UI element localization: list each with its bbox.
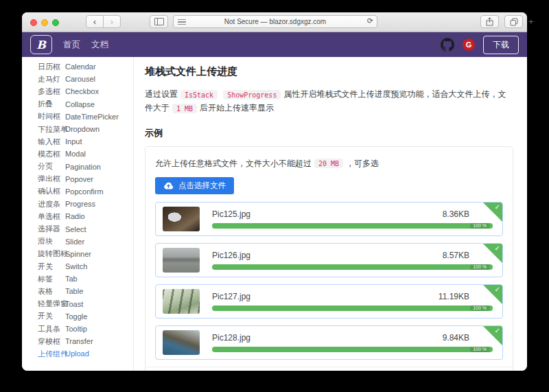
sidebar-item-zh: 输入框 bbox=[38, 137, 65, 147]
sidebar-item[interactable]: 上传组件 Upload bbox=[22, 347, 133, 360]
sidebar-item-zh: 弹出框 bbox=[38, 174, 65, 184]
sidebar-item[interactable]: 日历框 Calendar bbox=[22, 60, 133, 73]
sidebar-item-en: Slider bbox=[65, 238, 84, 246]
file-thumbnail bbox=[163, 207, 200, 231]
upload-hint: 允许上传任意格式文件，文件大小不能超过20 MB，可多选 bbox=[155, 158, 503, 170]
download-button[interactable]: 下载 bbox=[483, 36, 519, 54]
sidebar-item-zh: 下拉菜单 bbox=[38, 124, 65, 135]
new-tab-button[interactable]: + bbox=[528, 16, 534, 27]
sidebar-item-en: Calendar bbox=[65, 62, 96, 71]
sidebar-item[interactable]: 开关 Switch bbox=[22, 260, 133, 273]
file-size: 8.57KB bbox=[443, 251, 469, 260]
progress-bar: 100 % bbox=[212, 264, 493, 270]
progress-bar: 100 % bbox=[212, 347, 493, 352]
sidebar-item[interactable]: 开关 Toggle bbox=[22, 310, 133, 323]
file-thumbnail bbox=[163, 330, 200, 355]
sidebar-item[interactable]: 旋转图标 Spinner bbox=[22, 248, 133, 260]
upload-file-list: Pic125.jpg 8.36KB 100 % ✓ bbox=[155, 202, 503, 360]
sidebar-item-zh: 模态框 bbox=[38, 149, 65, 159]
sidebar-item-zh: 开关 bbox=[38, 262, 65, 272]
intro-text: 通过设置IsStackShowProgress属性开启堆栈式文件上传进度预览功能… bbox=[145, 87, 513, 115]
sidebar-item[interactable]: 表格 Table bbox=[22, 285, 133, 297]
intro-t1: 通过设置 bbox=[145, 89, 178, 99]
site-navbar: B 首页 文档 G 下载 bbox=[22, 32, 527, 57]
sidebar-item-en: Spinner bbox=[65, 250, 91, 258]
file-meta: Pic127.jpg 11.19KB 100 % bbox=[212, 292, 495, 311]
file-meta: Pic125.jpg 8.36KB 100 % bbox=[212, 209, 495, 229]
sidebar-item-en: Checkbox bbox=[65, 87, 99, 95]
sidebar-list: 日历框 Calendar 走马灯 Carousel 多选框 Checkbox bbox=[22, 60, 133, 360]
sidebar-item-zh: 开关 bbox=[38, 311, 65, 321]
sidebar-item[interactable]: 确认框 Popconfirm bbox=[22, 185, 133, 198]
nav-link-home[interactable]: 首页 bbox=[63, 39, 80, 51]
file-name: Pic128.jpg bbox=[212, 333, 250, 343]
sidebar-item[interactable]: 穿梭框 Transfer bbox=[22, 335, 133, 347]
code-chip-1mb: 1 MB bbox=[172, 104, 197, 113]
code-chip-20mb: 20 MB bbox=[314, 159, 343, 168]
sidebar-item[interactable]: 模态框 Modal bbox=[22, 148, 133, 160]
sidebar-item-zh: 进度条 bbox=[38, 199, 65, 209]
file-meta: Pic128.jpg 9.84KB 100 % bbox=[212, 333, 495, 352]
sidebar-item[interactable]: 选择器 Select bbox=[22, 222, 133, 235]
sidebar-item[interactable]: 轻量弹窗 Toast bbox=[22, 298, 133, 310]
sidebar-item[interactable]: 单选框 Radio bbox=[22, 210, 133, 222]
sidebar-item[interactable]: 折叠 Collapse bbox=[22, 98, 133, 111]
sidebar-item-zh: 上传组件 bbox=[38, 349, 65, 359]
sidebar-item[interactable]: 进度条 Progress bbox=[22, 198, 133, 210]
browser-window: ‹ › Not Secure — blazor.sdgxgz.com ⟳ bbox=[22, 12, 527, 371]
sidebar-item[interactable]: 多选框 Checkbox bbox=[22, 85, 133, 97]
progress-percent: 100 % bbox=[470, 264, 489, 270]
sidebar-item[interactable]: 标签 Tab bbox=[22, 273, 133, 285]
sidebar-item[interactable]: 滑块 Slider bbox=[22, 235, 133, 248]
nav-link-docs[interactable]: 文档 bbox=[91, 39, 108, 51]
zoom-window-button[interactable] bbox=[52, 19, 59, 26]
show-code-toggle[interactable]: ▾ 显示代码 bbox=[145, 367, 513, 371]
progress-percent: 100 % bbox=[470, 347, 489, 352]
file-name: Pic127.jpg bbox=[212, 292, 250, 301]
sidebar-item[interactable]: 输入框 Input bbox=[22, 135, 133, 148]
sidebar-item[interactable]: 工具条 Tooltip bbox=[22, 323, 133, 335]
back-button[interactable]: ‹ bbox=[86, 15, 104, 28]
check-icon: ✓ bbox=[495, 244, 500, 252]
file-name: Pic125.jpg bbox=[212, 209, 250, 219]
sidebar-item[interactable]: 走马灯 Carousel bbox=[22, 73, 133, 85]
address-bar[interactable]: Not Secure — blazor.sdgxgz.com ⟳ bbox=[173, 15, 377, 28]
sidebar-item[interactable]: 下拉菜单 Dropdown bbox=[22, 123, 133, 135]
component-sidebar: 日历框 Calendar 走马灯 Carousel 多选框 Checkbox bbox=[22, 57, 134, 371]
sidebar-item[interactable]: 分页 Pagination bbox=[22, 161, 133, 173]
code-chip-showprogress: ShowProgress bbox=[223, 90, 281, 100]
check-icon: ✓ bbox=[495, 327, 500, 334]
file-item: Pic126.jpg 8.57KB 100 % ✓ bbox=[155, 243, 503, 277]
code-chip-isstack: IsStack bbox=[180, 90, 218, 100]
sidebar-item-en: Popconfirm bbox=[65, 187, 104, 196]
brand-logo[interactable]: B bbox=[30, 35, 52, 54]
tab-overview-button[interactable] bbox=[504, 15, 523, 28]
sidebar-item-en: Table bbox=[65, 287, 83, 295]
sidebar-item-en: Pagination bbox=[65, 163, 101, 171]
sidebar-item[interactable]: 弹出框 Popover bbox=[22, 173, 133, 185]
check-icon: ✓ bbox=[495, 286, 500, 293]
sidebar-item-en: Tooltip bbox=[65, 325, 87, 333]
tabs-icon bbox=[510, 18, 518, 26]
forward-button[interactable]: › bbox=[103, 15, 121, 28]
gitee-icon[interactable]: G bbox=[463, 38, 475, 51]
page-content: 日历框 Calendar 走马灯 Carousel 多选框 Checkbox bbox=[22, 57, 527, 371]
sidebar-item-zh: 表格 bbox=[38, 286, 65, 297]
close-window-button[interactable] bbox=[30, 19, 37, 26]
select-file-button[interactable]: 点击选择文件 bbox=[155, 177, 234, 194]
github-icon[interactable] bbox=[441, 38, 454, 51]
minimize-window-button[interactable] bbox=[41, 19, 48, 26]
check-icon: ✓ bbox=[495, 203, 500, 211]
sidebar-item-zh: 确认框 bbox=[38, 186, 65, 196]
browser-toolbar: ‹ › Not Secure — blazor.sdgxgz.com ⟳ bbox=[22, 12, 527, 32]
sidebar-item-en: DateTimePicker bbox=[65, 113, 119, 121]
refresh-icon[interactable]: ⟳ bbox=[367, 16, 373, 25]
select-file-label: 点击选择文件 bbox=[178, 181, 226, 191]
reader-icon[interactable] bbox=[178, 19, 186, 25]
sidebar-toggle-button[interactable] bbox=[150, 15, 168, 28]
page-title: 堆栈式文件上传进度 bbox=[145, 65, 513, 78]
sidebar-item[interactable]: 时间框 DateTimePicker bbox=[22, 111, 133, 123]
sidebar-item-zh: 日历框 bbox=[38, 62, 65, 72]
share-button[interactable] bbox=[480, 15, 499, 28]
section-title-example: 示例 bbox=[145, 127, 513, 139]
